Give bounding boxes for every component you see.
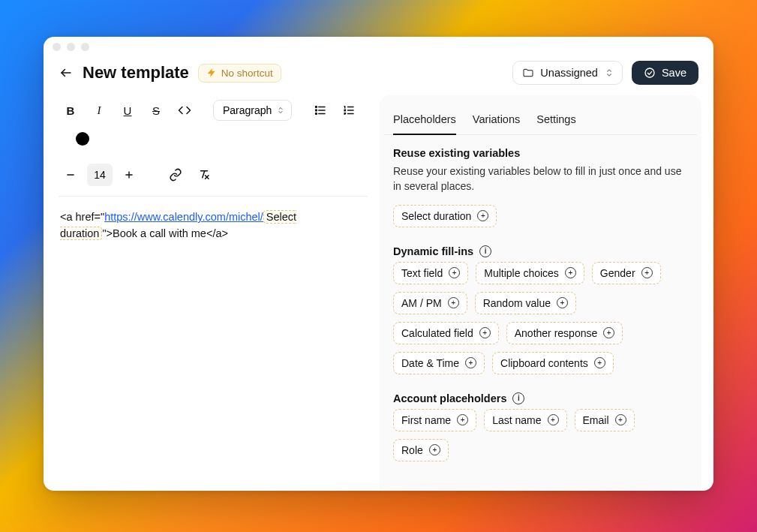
page-title: New template [83, 63, 189, 83]
font-size-value[interactable]: 14 [87, 164, 113, 186]
code-icon [178, 104, 191, 117]
link-button[interactable] [164, 163, 188, 187]
reuse-title: Reuse existing variables [393, 147, 520, 159]
account-section: Account placeholders i First name+Last n… [393, 392, 688, 461]
assign-dropdown[interactable]: Unassigned [512, 61, 623, 85]
plus-circle-icon: + [457, 414, 468, 425]
chip-label: Random value [483, 297, 551, 309]
account-chip[interactable]: Role+ [393, 439, 449, 461]
chip-label: Email [583, 414, 609, 426]
select-chevron-icon [604, 68, 614, 78]
clear-format-button[interactable] [192, 163, 216, 187]
svg-point-6 [316, 110, 317, 111]
bold-button[interactable]: B [59, 98, 83, 122]
block-style-label: Paragraph [223, 104, 272, 116]
tab-placeholders[interactable]: Placeholders [393, 107, 456, 134]
dynamic-chip[interactable]: Date & Time+ [393, 352, 485, 374]
dynamic-chip[interactable]: Text field+ [393, 262, 468, 284]
shortcut-badge[interactable]: No shortcut [198, 64, 281, 83]
body: B I U S Paragraph [44, 95, 713, 491]
chip-label: Date & Time [401, 357, 459, 369]
chip-label: Role [401, 444, 423, 456]
dynamic-title: Dynamic fill-ins [393, 245, 473, 257]
bullet-list-button[interactable] [308, 98, 332, 122]
link-icon [169, 168, 182, 182]
dynamic-chip[interactable]: AM / PM+ [393, 292, 467, 314]
traffic-light-close[interactable] [53, 43, 61, 51]
code-button[interactable] [173, 98, 197, 122]
block-style-select[interactable]: Paragraph [213, 100, 292, 121]
side-panel: PlaceholdersVariationsSettings Reuse exi… [380, 95, 701, 491]
text-color-button[interactable] [71, 127, 95, 151]
color-swatch [76, 132, 89, 146]
dynamic-chip[interactable]: Multiple choices+ [476, 262, 584, 284]
numbered-list-icon [342, 104, 356, 117]
plus-circle-icon: + [479, 327, 491, 338]
underline-button[interactable]: U [116, 98, 140, 122]
chip-label: Select duration [401, 210, 471, 222]
account-chip[interactable]: Email+ [575, 409, 635, 431]
dynamic-chip[interactable]: Another response+ [506, 322, 623, 344]
chip-label: Another response [515, 327, 598, 339]
account-chips: First name+Last name+Email+Role+ [393, 409, 688, 461]
plus-circle-icon: + [448, 297, 459, 308]
plus-circle-icon: + [594, 357, 605, 368]
account-chip[interactable]: Last name+ [484, 409, 566, 431]
clear-format-icon [197, 168, 211, 182]
plus-circle-icon: + [429, 444, 440, 455]
back-button[interactable] [59, 65, 74, 80]
reuse-chip[interactable]: Select duration+ [393, 205, 497, 227]
numbered-list-button[interactable] [337, 98, 361, 122]
strikethrough-button[interactable]: S [144, 98, 168, 122]
plus-circle-icon: + [548, 414, 559, 425]
account-chip[interactable]: First name+ [393, 409, 476, 431]
traffic-light-zoom[interactable] [81, 43, 89, 51]
plus-circle-icon: + [477, 210, 488, 221]
editor-pane: B I U S Paragraph [59, 95, 368, 491]
save-button[interactable]: Save [632, 61, 698, 85]
plus-circle-icon: + [615, 414, 626, 425]
reuse-section: Reuse existing variables Reuse your exis… [393, 147, 688, 227]
italic-button[interactable]: I [87, 98, 111, 122]
font-size-decrease-button[interactable] [59, 163, 83, 187]
info-icon[interactable]: i [479, 245, 491, 257]
chip-label: Calculated field [401, 327, 473, 339]
check-circle-icon [644, 67, 656, 79]
chip-label: Text field [401, 267, 443, 279]
shortcut-label: No shortcut [221, 68, 273, 79]
chip-label: Gender [600, 267, 635, 279]
svg-point-7 [316, 113, 317, 115]
dynamic-chip[interactable]: Random value+ [475, 292, 576, 314]
dynamic-section: Dynamic fill-ins i Text field+Multiple c… [393, 245, 688, 374]
font-size-increase-button[interactable] [117, 163, 141, 187]
reuse-chips: Select duration+ [393, 205, 688, 227]
panel-content: Reuse existing variables Reuse your exis… [384, 135, 697, 491]
info-icon[interactable]: i [512, 392, 524, 404]
account-title: Account placeholders [393, 392, 506, 404]
assign-label: Unassigned [540, 67, 598, 79]
folder-icon [522, 67, 534, 79]
save-label: Save [662, 67, 686, 79]
bolt-icon [206, 68, 217, 78]
plus-circle-icon: + [641, 267, 653, 278]
reuse-desc: Reuse your existing variables below to f… [393, 164, 688, 194]
bullet-list-icon [314, 104, 327, 117]
svg-point-5 [316, 107, 317, 108]
plus-circle-icon: + [449, 267, 460, 278]
panel-tabs: PlaceholdersVariationsSettings [384, 103, 697, 135]
plus-circle-icon: + [557, 297, 568, 308]
editor-text-prefix: <a href=" [60, 211, 104, 223]
plus-circle-icon: + [465, 357, 476, 368]
dynamic-chips: Text field+Multiple choices+Gender+AM / … [393, 262, 688, 374]
dynamic-chip[interactable]: Clipboard contents+ [492, 352, 614, 374]
traffic-light-minimize[interactable] [67, 43, 75, 51]
dynamic-chip[interactable]: Gender+ [592, 262, 661, 284]
plus-circle-icon: + [603, 327, 614, 338]
dynamic-chip[interactable]: Calculated field+ [393, 322, 499, 344]
editor-content[interactable]: <a href="https://www.calendly.com/michel… [59, 196, 368, 242]
chip-label: Last name [492, 414, 541, 426]
editor-text-suffix: ">Book a call with me</a> [102, 227, 228, 239]
tab-variations[interactable]: Variations [473, 107, 520, 134]
plus-circle-icon: + [565, 267, 576, 278]
tab-settings[interactable]: Settings [536, 107, 575, 134]
